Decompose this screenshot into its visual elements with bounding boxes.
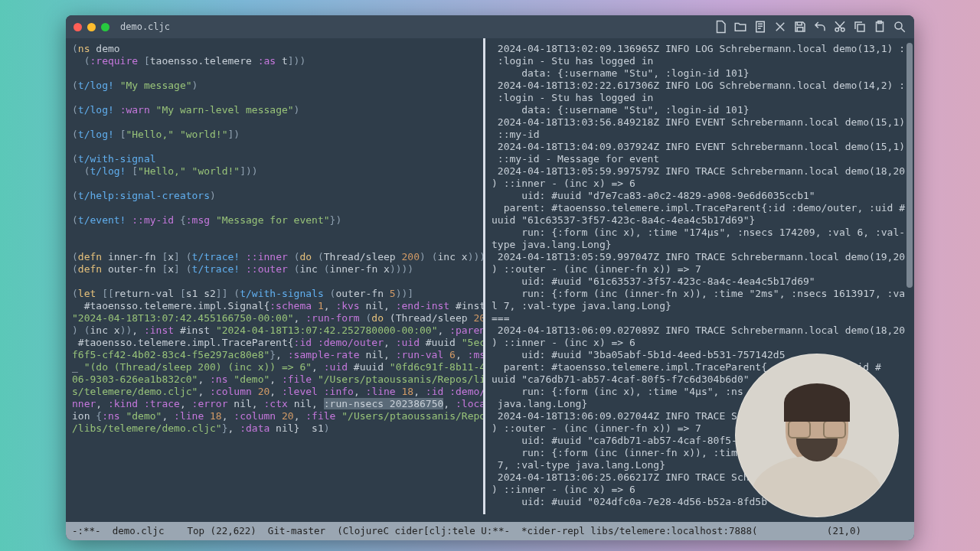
title-filename: demo.cljc (120, 21, 170, 32)
window-controls (74, 23, 109, 31)
titlebar: demo.cljc (66, 15, 914, 38)
new-doc-icon[interactable] (714, 20, 727, 34)
open-folder-icon[interactable] (733, 20, 747, 34)
zoom-icon[interactable] (101, 23, 109, 31)
cut-icon[interactable] (833, 20, 847, 34)
editor-window: demo.cljc (ns demo (:require [taoensso.t… (66, 15, 914, 540)
webcam-overlay (735, 354, 899, 517)
source-code: (ns demo (:require [taoensso.telemere :a… (72, 43, 477, 435)
modeline-left: -:**- demo.cljc Top (22,622) Git-master … (72, 522, 475, 540)
notes-icon[interactable] (753, 20, 767, 34)
close-icon[interactable] (74, 23, 82, 31)
save-icon[interactable] (793, 20, 807, 34)
scrollbar[interactable] (906, 43, 913, 288)
undo-icon[interactable] (813, 20, 827, 34)
source-pane[interactable]: (ns demo (:require [taoensso.telemere :a… (66, 38, 485, 514)
close-x-icon[interactable] (773, 20, 787, 34)
paste-icon[interactable] (873, 20, 887, 34)
modeline-right: U:**- *cider-repl libs/telemere:localhos… (475, 522, 861, 540)
svg-rect-2 (858, 24, 864, 31)
toolbar (714, 20, 906, 34)
minimize-icon[interactable] (87, 23, 96, 31)
modeline: -:**- demo.cljc Top (22,622) Git-master … (66, 522, 914, 540)
svg-point-5 (895, 22, 902, 29)
copy-icon[interactable] (853, 20, 867, 34)
search-icon[interactable] (893, 20, 906, 34)
